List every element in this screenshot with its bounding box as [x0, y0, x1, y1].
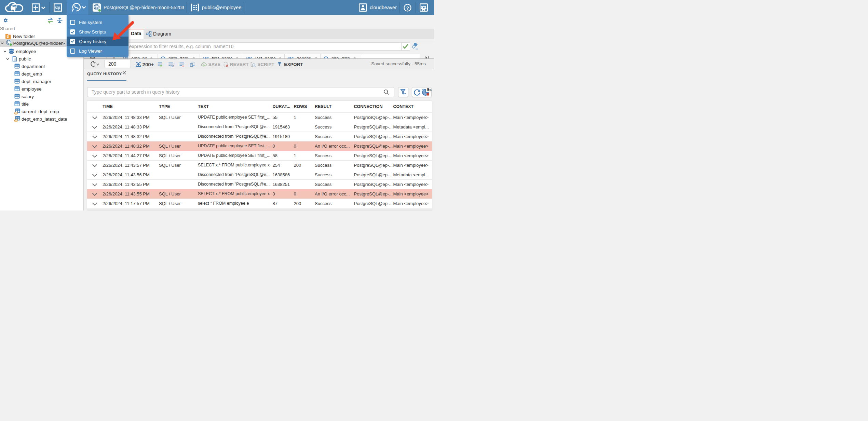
svg-text:?: ? [406, 5, 409, 11]
svg-text:SQL: SQL [55, 6, 61, 10]
